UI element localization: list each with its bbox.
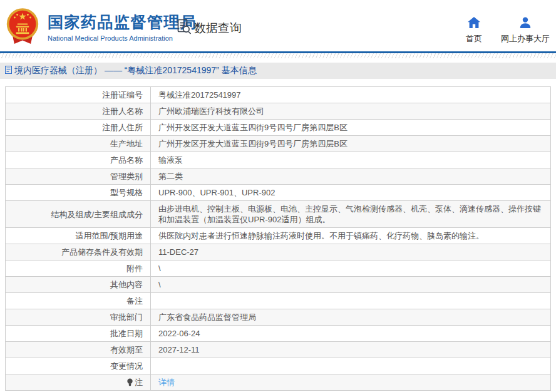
table-row: 注册证编号粤械注准20172541997: [6, 87, 551, 103]
row-label: 注册人名称: [6, 103, 151, 120]
nav-home-label: 首页: [466, 33, 482, 44]
row-value: UPR-900、UPR-901、UPR-902: [151, 185, 551, 201]
row-value: 供医院内对患者进行恒速静脉输注药液时使用。不用于镇痛药、化疗药物、胰岛素的输注。: [151, 228, 551, 244]
row-label: 变更情况: [6, 358, 151, 374]
row-value: 广州开发区开发大道蓝玉四街9号四号厂房第四层B区: [151, 136, 551, 152]
document-icon: [5, 66, 12, 76]
row-label: 审批部门: [6, 309, 151, 326]
top-nav: 首页 网上办事大厅: [466, 17, 550, 44]
home-icon: [468, 17, 480, 30]
table-row: 变更情况: [6, 358, 551, 374]
row-value: 输液泵: [151, 152, 551, 168]
row-value: 广州欧浦瑞医疗科技有限公司: [151, 103, 551, 120]
nav-service-hall[interactable]: 网上办事大厅: [501, 17, 550, 44]
breadcrumb: 境内医疗器械（注册） —— “粤械注准20172541997” 基本信息: [0, 63, 556, 79]
nav-service-hall-label: 网上办事大厅: [501, 33, 550, 44]
row-label: 结构及组成/主要组成成分: [6, 201, 151, 228]
row-label: 附件: [6, 260, 151, 277]
table-row: 备注: [6, 293, 551, 309]
row-label: 注: [6, 374, 151, 391]
site-title-block: 国家药品监督管理局 National Medical Products Admi…: [48, 12, 197, 42]
row-value: 11-DEC-27: [151, 244, 551, 260]
data-query-icon: [176, 18, 192, 38]
table-row: 注册人名称广州欧浦瑞医疗科技有限公司: [6, 103, 551, 120]
row-value: [151, 358, 551, 374]
table-row: 附件\: [6, 260, 551, 277]
person-icon: [519, 17, 532, 30]
table-row: 有效期至2027-12-11: [6, 342, 551, 358]
row-value: \: [151, 277, 551, 293]
site-title: 国家药品监督管理局: [48, 12, 197, 33]
row-value: 2027-12-11: [151, 342, 551, 358]
info-table-body: 注册证编号粤械注准20172541997注册人名称广州欧浦瑞医疗科技有限公司注册…: [6, 87, 551, 391]
row-label: 生产地址: [6, 136, 151, 152]
row-label: 注册证编号: [6, 87, 151, 103]
nav-home[interactable]: 首页: [466, 17, 482, 44]
row-value: [151, 293, 551, 309]
site-subtitle: National Medical Products Administration: [48, 34, 197, 42]
row-value: 2022-06-24: [151, 326, 551, 342]
row-value: 粤械注准20172541997: [151, 87, 551, 103]
row-value: 详情: [151, 374, 551, 391]
info-table: 注册证编号粤械注准20172541997注册人名称广州欧浦瑞医疗科技有限公司注册…: [5, 86, 551, 391]
detail-link[interactable]: 详情: [158, 378, 175, 387]
national-emblem-icon: [5, 8, 40, 46]
row-label: 型号规格: [6, 185, 151, 201]
table-row: 注详情: [6, 374, 551, 391]
row-label: 有效期至: [6, 342, 151, 358]
table-row: 结构及组成/主要组成成分由步进电机、控制主板、电源板、电池、主控显示、气泡检测传…: [6, 201, 551, 228]
header: 国家药品监督管理局 National Medical Products Admi…: [0, 0, 556, 53]
row-value: \: [151, 260, 551, 277]
bulb-icon: [126, 378, 133, 386]
row-value: 广州开发区开发大道蓝玉四街9号四号厂房第四层B区: [151, 120, 551, 136]
row-label: 备注: [6, 293, 151, 309]
row-value: 广东省食品药品监督管理局: [151, 309, 551, 326]
nmpa-emblem-logo: [5, 8, 40, 46]
row-value: 第二类: [151, 168, 551, 185]
table-row: 批准日期2022-06-24: [6, 326, 551, 342]
row-label: 适用范围/预期用途: [6, 228, 151, 244]
table-row: 生产地址广州开发区开发大道蓝玉四街9号四号厂房第四层B区: [6, 136, 551, 152]
table-row: 审批部门广东省食品药品监督管理局: [6, 309, 551, 326]
row-label: 注册人住所: [6, 120, 151, 136]
row-value: 由步进电机、控制主板、电源板、电池、主控显示、气泡检测传感器、机壳、泵体、滴速传…: [151, 201, 551, 228]
table-row: 注册人住所广州开发区开发大道蓝玉四街9号四号厂房第四层B区: [6, 120, 551, 136]
table-row: 适用范围/预期用途供医院内对患者进行恒速静脉输注药液时使用。不用于镇痛药、化疗药…: [6, 228, 551, 244]
row-label: 产品储存条件及有效期: [6, 244, 151, 260]
table-row: 产品名称输液泵: [6, 152, 551, 168]
breadcrumb-text: 境内医疗器械（注册） —— “粤械注准20172541997” 基本信息: [14, 65, 257, 76]
table-row: 其他内容\: [6, 277, 551, 293]
row-label: 批准日期: [6, 326, 151, 342]
table-row: 产品储存条件及有效期11-DEC-27: [6, 244, 551, 260]
row-label: 其他内容: [6, 277, 151, 293]
table-row: 管理类别第二类: [6, 168, 551, 185]
row-label: 产品名称: [6, 152, 151, 168]
row-label: 管理类别: [6, 168, 151, 185]
hatch-divider: [0, 53, 556, 58]
data-query-tab[interactable]: 数据查询: [176, 18, 242, 38]
data-query-label: 数据查询: [194, 20, 242, 36]
table-row: 型号规格UPR-900、UPR-901、UPR-902: [6, 185, 551, 201]
